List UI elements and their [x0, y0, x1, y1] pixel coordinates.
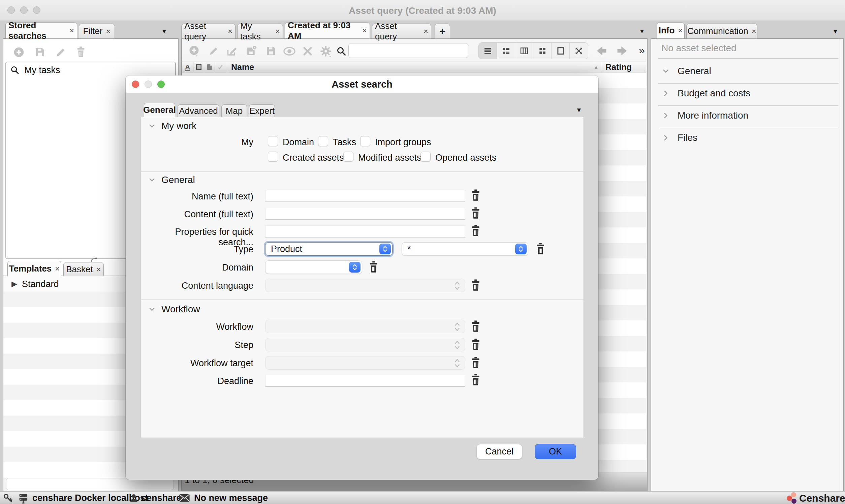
- asset-search-input[interactable]: [348, 43, 468, 58]
- close-icon[interactable]: ×: [424, 27, 428, 35]
- message-status[interactable]: No new message: [194, 493, 268, 503]
- templates-filter-field[interactable]: [6, 478, 174, 490]
- content-language-select[interactable]: [265, 278, 465, 292]
- delete-search-button[interactable]: [75, 46, 87, 60]
- column-page-icon[interactable]: [204, 62, 215, 72]
- tab-label: Asset query: [375, 21, 420, 42]
- clear-field-button[interactable]: [368, 261, 379, 273]
- ok-button[interactable]: OK: [535, 444, 576, 459]
- workflow-step-select[interactable]: [265, 338, 465, 352]
- checkbox-import-groups[interactable]: [360, 136, 370, 146]
- section-budget-and-costs[interactable]: Budget and costs: [661, 88, 750, 99]
- close-icon[interactable]: ×: [106, 27, 110, 35]
- dialog-tab-expert[interactable]: Expert: [249, 105, 275, 117]
- disclosure-triangle-icon[interactable]: ▶: [12, 280, 17, 288]
- add-tab-button[interactable]: +: [435, 23, 450, 38]
- column-header-rating[interactable]: Rating: [602, 62, 646, 72]
- section-my-work[interactable]: My work: [148, 121, 196, 131]
- domain-select[interactable]: [265, 260, 362, 274]
- checkbox-modified-assets[interactable]: [343, 151, 354, 162]
- section-more-information[interactable]: More information: [661, 110, 748, 121]
- view-expand-button[interactable]: [570, 43, 588, 59]
- section-general[interactable]: General: [148, 175, 195, 185]
- toolbar-overflow-button[interactable]: »: [639, 44, 645, 57]
- history-back-button[interactable]: [595, 44, 609, 59]
- edit-search-button[interactable]: [55, 46, 67, 60]
- column-type-icon[interactable]: A: [182, 62, 193, 72]
- dialog-tab-general[interactable]: General: [144, 103, 175, 117]
- checkbox-created-assets[interactable]: [268, 151, 278, 162]
- left-tabbar-menu-caret-icon[interactable]: ▼: [161, 28, 167, 35]
- tab-my-tasks[interactable]: My tasks ×: [237, 23, 283, 38]
- tab-basket[interactable]: Basket ×: [64, 262, 104, 276]
- close-icon[interactable]: ×: [275, 27, 280, 35]
- checkout-edit-button[interactable]: [227, 45, 238, 58]
- tab-created-at-903[interactable]: Created at 9:03 AM ×: [285, 22, 370, 38]
- workflow-select[interactable]: [265, 320, 465, 333]
- type-select[interactable]: Product: [265, 242, 393, 256]
- clear-field-button[interactable]: [471, 225, 481, 237]
- quick-search-properties-input[interactable]: [265, 226, 465, 237]
- clear-field-button[interactable]: [471, 207, 481, 219]
- center-tabbar-menu-caret-icon[interactable]: ▼: [639, 28, 645, 35]
- column-text-icon[interactable]: [193, 62, 204, 72]
- checkbox-tasks[interactable]: [318, 136, 328, 146]
- checkbox-domain[interactable]: [268, 136, 278, 146]
- cancel-button[interactable]: Cancel: [477, 444, 522, 459]
- section-general[interactable]: General: [661, 66, 711, 76]
- dialog-tab-map[interactable]: Map: [221, 105, 247, 117]
- view-columns-button[interactable]: [515, 43, 533, 59]
- close-icon[interactable]: ×: [228, 27, 232, 35]
- view-single-button[interactable]: [552, 43, 570, 59]
- close-icon[interactable]: ×: [69, 26, 74, 35]
- tab-info[interactable]: Info ×: [657, 22, 685, 38]
- tab-filter[interactable]: Filter ×: [79, 23, 115, 38]
- stepper-icon: [453, 321, 461, 335]
- view-list-button[interactable]: [479, 43, 497, 59]
- settings-gear-button[interactable]: [319, 45, 332, 59]
- close-icon[interactable]: ×: [55, 265, 60, 273]
- close-asset-button[interactable]: [302, 46, 313, 58]
- workflow-target-select[interactable]: [265, 356, 465, 370]
- edit-asset-button[interactable]: [208, 45, 220, 58]
- clear-field-button[interactable]: [471, 189, 481, 201]
- save-search-button[interactable]: [34, 46, 46, 60]
- clear-field-button[interactable]: [471, 339, 481, 351]
- section-workflow[interactable]: Workflow: [148, 304, 200, 315]
- column-check-icon[interactable]: ✓: [215, 62, 227, 72]
- add-search-button[interactable]: [13, 46, 25, 60]
- dialog-tab-advanced[interactable]: Advanced: [178, 105, 219, 117]
- discard-version-button[interactable]: [245, 44, 258, 58]
- clear-field-button[interactable]: [535, 243, 545, 255]
- clear-field-button[interactable]: [471, 320, 481, 332]
- close-icon[interactable]: ×: [362, 26, 367, 35]
- preview-button[interactable]: [283, 46, 296, 58]
- type-scope-select[interactable]: *: [401, 242, 528, 256]
- clear-field-button[interactable]: [471, 374, 481, 386]
- close-icon[interactable]: ×: [96, 266, 101, 273]
- dialog-tab-menu-caret-icon[interactable]: ▼: [576, 106, 582, 114]
- history-forward-button[interactable]: [615, 44, 629, 59]
- tab-asset-query-2[interactable]: Asset query ×: [372, 23, 431, 38]
- view-grid-button[interactable]: [533, 43, 552, 59]
- view-detail-list-button[interactable]: [497, 43, 515, 59]
- new-asset-button[interactable]: [188, 45, 200, 58]
- content-fulltext-input[interactable]: [265, 208, 465, 220]
- save-version-button[interactable]: [265, 45, 277, 58]
- user-name[interactable]: censhare: [142, 493, 182, 503]
- column-header-name[interactable]: Name ▲: [227, 62, 602, 72]
- tab-communication[interactable]: Communication ×: [686, 23, 757, 38]
- clear-field-button[interactable]: [471, 279, 481, 291]
- tab-templates[interactable]: Templates ×: [7, 261, 61, 276]
- clear-field-button[interactable]: [471, 357, 481, 369]
- deadline-input[interactable]: [265, 375, 465, 387]
- checkbox-opened-assets[interactable]: [420, 151, 431, 162]
- name-fulltext-input[interactable]: [265, 190, 465, 202]
- split-resize-handle[interactable]: [90, 257, 98, 263]
- right-tabbar-menu-caret-icon[interactable]: ▼: [832, 28, 839, 35]
- tab-asset-query-1[interactable]: Asset query ×: [181, 23, 235, 38]
- tab-stored-searches[interactable]: Stored searches ×: [5, 22, 77, 38]
- close-icon[interactable]: ×: [678, 26, 683, 35]
- section-files[interactable]: Files: [661, 132, 697, 143]
- close-icon[interactable]: ×: [752, 27, 756, 35]
